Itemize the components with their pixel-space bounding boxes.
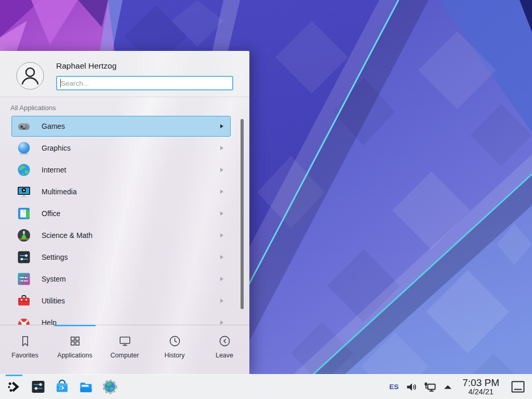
menu-item-science-math[interactable]: Science & Math <box>11 225 231 246</box>
launcher-header: Raphael Hertzog <box>0 51 249 97</box>
system-settings-button[interactable] <box>26 375 50 399</box>
network-icon <box>423 381 436 393</box>
show-desktop-button[interactable] <box>509 378 527 396</box>
tab-computer[interactable]: Computer <box>100 325 150 374</box>
expand-tray-button[interactable] <box>441 380 455 394</box>
digital-clock[interactable]: 7:03 PM 4/24/21 <box>462 378 499 396</box>
application-launcher-menu: Raphael Hertzog All Applications G <box>0 51 249 374</box>
menu-item-internet[interactable]: Internet <box>11 159 231 180</box>
help-icon <box>17 315 31 325</box>
science-math-icon <box>17 228 31 243</box>
favorites-icon <box>18 334 32 348</box>
system-icon <box>17 272 31 286</box>
system-settings-icon <box>30 379 46 395</box>
submenu-arrow-icon <box>220 168 223 172</box>
submenu-arrow-icon <box>220 277 223 281</box>
menu-item-graphics[interactable]: Graphics <box>11 138 231 158</box>
scrollbar-thumb[interactable] <box>241 119 244 309</box>
menu-item-settings[interactable]: Settings <box>11 247 231 268</box>
submenu-arrow-icon <box>220 211 223 216</box>
multimedia-icon <box>17 184 31 199</box>
submenu-arrow-icon <box>220 146 223 150</box>
user-name: Raphael Hertzog <box>56 61 116 71</box>
submenu-arrow-icon <box>220 124 223 128</box>
submenu-arrow-icon <box>220 299 223 303</box>
software-center-button[interactable] <box>50 375 74 399</box>
app-launcher-button[interactable] <box>2 375 26 399</box>
clock-time: 7:03 PM <box>462 378 499 388</box>
games-icon <box>17 119 31 134</box>
menu-item-office[interactable]: Office <box>11 203 231 224</box>
tab-applications[interactable]: Applications <box>50 325 100 374</box>
network-button[interactable] <box>423 380 436 394</box>
application-category-list: Games Graphics <box>0 115 249 325</box>
volume-icon <box>405 381 418 393</box>
history-icon <box>168 334 182 348</box>
menu-item-system[interactable]: System <box>11 269 231 289</box>
menu-item-games[interactable]: Games <box>11 116 231 137</box>
launcher-tab-bar: Favorites Applications Computer Histor <box>0 325 249 374</box>
web-browser-icon <box>102 379 118 395</box>
submenu-arrow-icon <box>220 321 223 325</box>
tab-favorites[interactable]: Favorites <box>0 325 50 374</box>
keyboard-layout-indicator[interactable]: ES <box>388 383 400 391</box>
menu-item-utilities[interactable]: Utilities <box>11 290 231 311</box>
computer-icon <box>118 334 132 348</box>
applications-icon <box>68 334 82 348</box>
file-manager-button[interactable] <box>74 375 98 399</box>
user-avatar-icon <box>16 62 44 90</box>
volume-button[interactable] <box>405 380 418 394</box>
menu-item-help[interactable]: Help <box>11 312 231 325</box>
taskbar: ES 7:03 PM 4/24/21 <box>0 374 532 399</box>
leave-icon <box>218 334 232 348</box>
software-center-icon <box>54 379 70 395</box>
office-icon <box>17 206 31 221</box>
submenu-arrow-icon <box>220 233 223 237</box>
submenu-arrow-icon <box>220 190 223 194</box>
utilities-icon <box>17 294 31 308</box>
expand-tray-icon <box>442 381 454 393</box>
search-box <box>56 76 233 90</box>
web-browser-button[interactable] <box>98 375 122 399</box>
search-input[interactable] <box>57 77 232 89</box>
graphics-icon <box>17 141 31 155</box>
show-desktop-icon <box>511 380 525 394</box>
app-launcher-icon <box>6 379 22 395</box>
clock-date: 4/24/21 <box>462 388 499 396</box>
menu-item-multimedia[interactable]: Multimedia <box>11 181 231 202</box>
tab-history[interactable]: History <box>150 325 200 374</box>
system-tray: ES 7:03 PM 4/24/21 <box>388 378 528 396</box>
submenu-arrow-icon <box>220 255 223 259</box>
settings-icon <box>17 250 31 264</box>
internet-icon <box>17 163 31 177</box>
tab-leave[interactable]: Leave <box>200 325 249 374</box>
section-label: All Applications <box>10 104 56 112</box>
file-manager-icon <box>78 379 94 395</box>
